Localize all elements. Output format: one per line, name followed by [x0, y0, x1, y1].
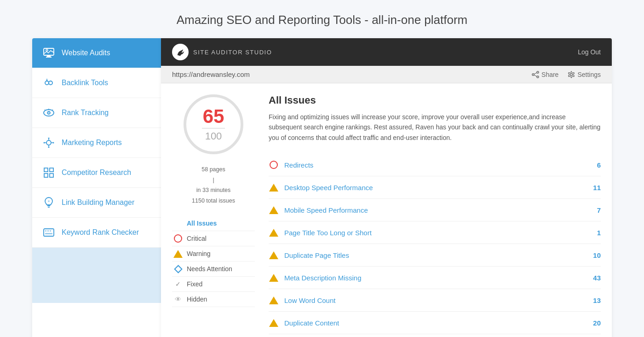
- svg-rect-24: [44, 168, 48, 172]
- fixed-icon: ✓: [174, 280, 182, 288]
- svg-rect-25: [50, 168, 53, 172]
- svg-point-21: [53, 142, 54, 144]
- share-button[interactable]: Share: [532, 71, 558, 78]
- sidebar-item-competitor-research[interactable]: Competitor Research: [32, 158, 161, 188]
- filter-list: All Issues Critical Warning: [172, 216, 255, 307]
- warning-icon: [174, 250, 182, 258]
- issue-count: 10: [587, 251, 601, 259]
- score-divider: [202, 128, 225, 128]
- svg-point-20: [44, 142, 45, 144]
- svg-rect-35: [45, 233, 52, 234]
- keyboard-icon: [42, 226, 55, 239]
- filter-fixed[interactable]: ✓ Fixed: [172, 277, 255, 292]
- issue-row-redirects[interactable]: Redirects 6: [269, 154, 601, 176]
- filter-label: Fixed: [187, 280, 202, 288]
- svg-rect-27: [50, 174, 53, 177]
- issues-title: All Issues: [269, 94, 601, 106]
- sidebar-item-link-building-manager[interactable]: Link Building Manager: [32, 188, 161, 218]
- filter-label: Needs Attention: [187, 265, 232, 273]
- site-auditor-label: SITE AUDITOR STUDIO: [193, 49, 272, 56]
- score-total: 100: [205, 130, 222, 142]
- sidebar-item-keyword-rank-checker[interactable]: Keyword Rank Checker: [32, 218, 161, 248]
- sidebar-item-website-audits[interactable]: Website Audits: [32, 38, 161, 68]
- sidebar-item-marketing-reports[interactable]: Marketing Reports: [32, 128, 161, 158]
- issue-count: 6: [587, 161, 601, 169]
- sidebar-item-label: Marketing Reports: [62, 139, 122, 147]
- issue-label: Desktop Speed Performance: [284, 184, 581, 192]
- score-total-issues: 1150 total issues: [192, 196, 235, 206]
- issues-list: Redirects 6 Desktop Speed Performance 11…: [269, 154, 601, 337]
- issue-count: 7: [587, 206, 601, 214]
- issue-row-duplicate-titles[interactable]: Duplicate Page Titles 10: [269, 244, 601, 267]
- sidebar-item-label: Backlink Tools: [62, 79, 108, 87]
- chart-icon: [42, 136, 55, 149]
- score-column: 65 100 58 pages | in 33 minutes 1150 tot…: [172, 94, 255, 337]
- score-circle: 65 100: [184, 94, 243, 154]
- issue-row-duplicate-content[interactable]: Duplicate Content 20: [269, 312, 601, 334]
- issue-label: Redirects: [284, 161, 581, 169]
- page-title: Amazing SEO and Reporting Tools - all-in…: [0, 0, 644, 38]
- issue-row-meta-desc-missing[interactable]: Meta Description Missing 43: [269, 267, 601, 289]
- sidebar-item-rank-tracking[interactable]: Rank Tracking: [32, 98, 161, 128]
- share-label: Share: [541, 71, 558, 78]
- warning-icon: [269, 250, 279, 260]
- issue-row-internal-links-anchor[interactable]: Internal Links Missing Anchor or ALT Tex…: [269, 334, 601, 337]
- issue-label: Page Title Too Long or Short: [284, 229, 581, 237]
- svg-point-3: [46, 49, 48, 51]
- svg-point-23: [48, 147, 50, 148]
- warning-icon: [269, 273, 279, 283]
- logout-button[interactable]: Log Out: [578, 48, 601, 56]
- sidebar-item-label: Competitor Research: [62, 168, 131, 177]
- score-number: 65: [203, 107, 224, 126]
- issues-description: Fixing and optimizing issues will increa…: [269, 112, 601, 143]
- svg-rect-32: [45, 230, 46, 232]
- settings-button[interactable]: Settings: [568, 71, 601, 78]
- issue-count: 20: [587, 319, 601, 327]
- sidebar-bottom-area: [32, 248, 161, 303]
- bulb-icon: [42, 196, 55, 209]
- issue-count: 1: [587, 229, 601, 237]
- all-issues-icon: [174, 219, 182, 227]
- sidebar-item-backlink-tools[interactable]: Backlink Tools: [32, 68, 161, 98]
- issue-row-desktop-speed[interactable]: Desktop Speed Performance 11: [269, 176, 601, 199]
- svg-point-4: [45, 81, 49, 85]
- svg-point-22: [48, 138, 50, 139]
- svg-point-36: [537, 71, 539, 73]
- issue-label: Duplicate Content: [284, 319, 581, 327]
- settings-label: Settings: [577, 71, 601, 78]
- filter-needs-attention[interactable]: Needs Attention: [172, 261, 255, 277]
- issue-row-low-word-count[interactable]: Low Word Count 13: [269, 289, 601, 312]
- issue-row-page-title-length[interactable]: Page Title Too Long or Short 1: [269, 221, 601, 244]
- raven-logo: SITE AUDITOR STUDIO: [172, 44, 272, 60]
- svg-point-15: [46, 140, 51, 145]
- monitor-icon: [42, 46, 55, 59]
- filter-hidden[interactable]: 👁 Hidden: [172, 292, 255, 307]
- sidebar-item-label: Link Building Manager: [62, 198, 134, 207]
- svg-line-40: [534, 75, 537, 76]
- eye-icon: [42, 106, 55, 119]
- url-bar: https://andrewansley.com Share: [161, 66, 612, 83]
- filter-critical[interactable]: Critical: [172, 231, 255, 246]
- score-meta: 58 pages | in 33 minutes 1150 total issu…: [192, 164, 235, 206]
- filter-all-issues[interactable]: All Issues: [172, 216, 255, 231]
- issue-label: Mobile Speed Performance: [284, 206, 581, 214]
- sidebar-item-label: Keyword Rank Checker: [62, 228, 139, 237]
- grid-icon: [42, 166, 55, 179]
- filter-warning[interactable]: Warning: [172, 246, 255, 261]
- issue-count: 11: [587, 184, 601, 192]
- filter-label: Warning: [187, 250, 211, 257]
- critical-icon: [269, 160, 279, 170]
- sidebar-item-label: Rank Tracking: [62, 109, 109, 117]
- hidden-icon: 👁: [174, 295, 182, 303]
- svg-point-38: [532, 74, 534, 76]
- issue-count: 13: [587, 296, 601, 304]
- svg-point-41: [570, 73, 573, 76]
- sidebar: Website Audits Backlink Tools: [32, 38, 161, 337]
- svg-point-37: [537, 76, 539, 78]
- warning-icon: [269, 182, 279, 192]
- warning-icon: [269, 318, 279, 328]
- svg-line-39: [534, 73, 537, 74]
- raven-logo-icon: [172, 44, 189, 60]
- issue-row-mobile-speed[interactable]: Mobile Speed Performance 7: [269, 199, 601, 221]
- issue-label: Meta Description Missing: [284, 274, 581, 282]
